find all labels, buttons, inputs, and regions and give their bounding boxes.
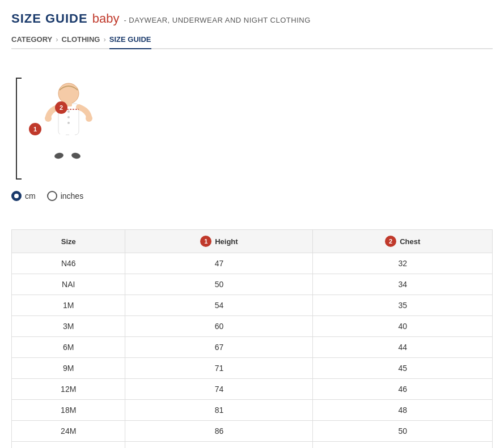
- cell-chest: 48: [313, 400, 493, 421]
- cell-chest: 45: [313, 358, 493, 379]
- table-body: N46 47 32 NAI 50 34 1M 54 35 3M 60 40 6M…: [12, 253, 493, 449]
- table-row: 12M 74 46: [12, 379, 493, 400]
- cell-chest: 50: [313, 421, 493, 442]
- cell-height: 81: [125, 400, 313, 421]
- unit-inches[interactable]: inches: [47, 191, 83, 201]
- title-main: SIZE GUIDE: [11, 11, 88, 26]
- table-row: 1M 54 35: [12, 295, 493, 316]
- svg-point-8: [67, 116, 70, 118]
- table-row: N46 47 32: [12, 253, 493, 274]
- cell-size: 3M: [12, 316, 125, 337]
- cell-height: 60: [125, 316, 313, 337]
- table-row: 24M 86 50: [12, 421, 493, 442]
- table-row: 9M 71 45: [12, 358, 493, 379]
- cell-size: N46: [12, 253, 125, 274]
- table-row: 6M 67 44: [12, 337, 493, 358]
- cell-height: 50: [125, 274, 313, 295]
- cell-size: 18M: [12, 400, 125, 421]
- cell-chest: 44: [313, 337, 493, 358]
- cell-height: 74: [125, 379, 313, 400]
- svg-point-4: [86, 115, 92, 122]
- title-desc: - DAYWEAR, UNDERWEAR AND NIGHT CLOTHING: [124, 16, 310, 24]
- cell-height: 86: [125, 421, 313, 442]
- figure-container: 1 2: [11, 78, 96, 180]
- size-table: Size 1 Height 2 Chest N46 47: [11, 229, 493, 448]
- cell-chest: 40: [313, 316, 493, 337]
- table-row: 3M 60 40: [12, 316, 493, 337]
- radio-cm[interactable]: [11, 191, 22, 201]
- cell-height: 47: [125, 253, 313, 274]
- cell-chest: 46: [313, 379, 493, 400]
- cell-size: 9M: [12, 358, 125, 379]
- radio-inches[interactable]: [47, 191, 57, 201]
- page-title-section: SIZE GUIDE baby - DAYWEAR, UNDERWEAR AND…: [11, 11, 493, 26]
- baby-svg: [39, 78, 96, 180]
- breadcrumb-size-guide: SIZE GUIDE: [109, 35, 151, 49]
- col-chest-marker: 2: [385, 236, 396, 247]
- svg-point-9: [67, 122, 70, 124]
- cell-height: 67: [125, 337, 313, 358]
- page-wrapper: SIZE GUIDE baby - DAYWEAR, UNDERWEAR AND…: [0, 0, 504, 448]
- height-bracket: [11, 78, 23, 180]
- table-header-row: Size 1 Height 2 Chest: [12, 230, 493, 253]
- breadcrumb-clothing[interactable]: CLOTHING: [62, 35, 100, 44]
- unit-selector: cm inches: [11, 191, 96, 201]
- breadcrumb: CATEGORY › CLOTHING › SIZE GUIDE: [11, 35, 493, 49]
- col-height-marker: 1: [200, 236, 211, 247]
- figure-and-unit: 1 2 cm inches: [11, 78, 96, 201]
- cell-chest: 52: [313, 442, 493, 449]
- cell-size: 24M: [12, 421, 125, 442]
- cell-height: 54: [125, 295, 313, 316]
- cell-size: 12M: [12, 379, 125, 400]
- breadcrumb-category[interactable]: CATEGORY: [11, 35, 52, 44]
- breadcrumb-sep-2: ›: [103, 35, 105, 44]
- col-chest: 2 Chest: [313, 230, 493, 253]
- marker-chest: 2: [55, 101, 67, 114]
- unit-cm-label: cm: [25, 191, 36, 200]
- svg-point-7: [67, 110, 70, 113]
- col-height: 1 Height: [125, 230, 313, 253]
- cell-chest: 34: [313, 274, 493, 295]
- cell-size: 36M: [12, 442, 125, 449]
- cell-size: 6M: [12, 337, 125, 358]
- table-row: NAI 50 34: [12, 274, 493, 295]
- unit-cm[interactable]: cm: [11, 191, 36, 201]
- table-row: 18M 81 48: [12, 400, 493, 421]
- title-sub: baby: [92, 11, 120, 26]
- table-row: 36M 95 52: [12, 442, 493, 449]
- cell-size: NAI: [12, 274, 125, 295]
- col-size: Size: [12, 230, 125, 253]
- breadcrumb-sep-1: ›: [56, 35, 58, 44]
- cell-chest: 35: [313, 295, 493, 316]
- cell-size: 1M: [12, 295, 125, 316]
- unit-inches-label: inches: [61, 191, 83, 200]
- svg-point-3: [45, 115, 52, 122]
- cell-height: 95: [125, 442, 313, 449]
- baby-figure: 1 2: [39, 78, 96, 180]
- cell-chest: 32: [313, 253, 493, 274]
- cell-height: 71: [125, 358, 313, 379]
- figure-section: 1 2 cm inches: [11, 66, 493, 212]
- marker-height: 1: [29, 123, 41, 135]
